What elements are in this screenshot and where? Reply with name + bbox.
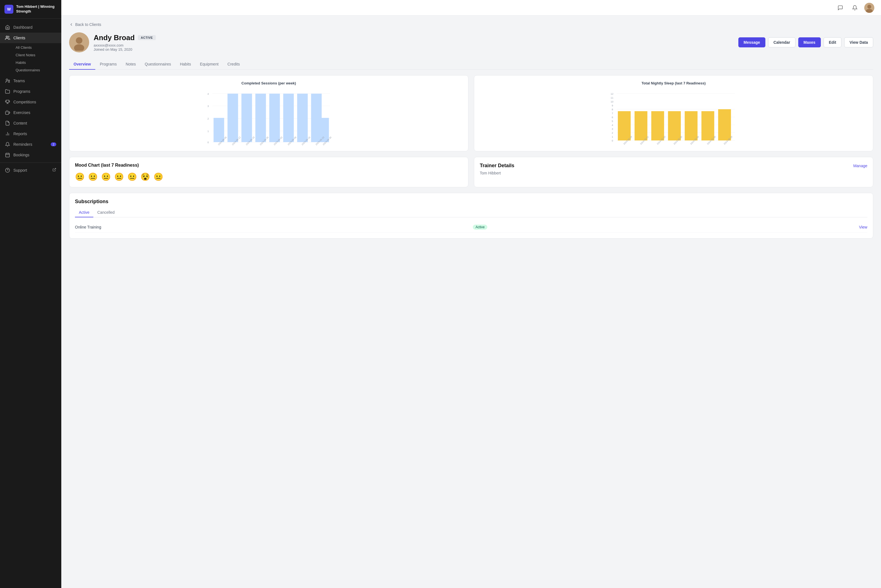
sidebar-item-reports[interactable]: Reports xyxy=(0,129,61,139)
sidebar-item-competitions[interactable]: Competitions xyxy=(0,97,61,107)
subscription-name: Online Training xyxy=(75,225,101,230)
reminders-badge: 2 xyxy=(51,142,56,146)
overview-tabs: Overview Programs Notes Questionnaires H… xyxy=(69,59,873,70)
profile-status-badge: ACTIVE xyxy=(138,35,156,40)
profile-actions: Message Calendar Maxes Edit View Data xyxy=(738,38,873,47)
sessions-chart-card: Completed Sessions (per week) 4 3 2 1 0 xyxy=(69,75,468,152)
sidebar-item-teams[interactable]: Teams xyxy=(0,75,61,86)
chat-icon[interactable] xyxy=(835,3,845,13)
user-avatar[interactable] xyxy=(864,3,874,13)
tab-habits[interactable]: Habits xyxy=(175,59,196,70)
sessions-chart-title: Completed Sessions (per week) xyxy=(75,81,463,85)
breadcrumb[interactable]: Back to Clients xyxy=(69,22,873,27)
mood-icon-2: 😐 xyxy=(88,172,98,182)
subs-tab-active[interactable]: Active xyxy=(75,208,93,218)
notification-bell-icon[interactable] xyxy=(850,3,860,13)
sidebar-item-support-label: Support xyxy=(13,168,27,172)
trainer-details-card: Trainer Details Manage Tom Hibbert xyxy=(474,157,873,187)
mood-icon-1: 😐 xyxy=(75,172,85,182)
sidebar-item-all-clients[interactable]: All Clients xyxy=(13,44,61,51)
sidebar-item-competitions-label: Competitions xyxy=(13,100,36,104)
sidebar-item-bookings[interactable]: Bookings xyxy=(0,150,61,160)
manage-link[interactable]: Manage xyxy=(853,164,868,168)
subscription-view-link[interactable]: View xyxy=(859,225,868,230)
svg-point-0 xyxy=(6,36,8,38)
svg-rect-70 xyxy=(635,111,647,141)
charts-row: Completed Sessions (per week) 4 3 2 1 0 xyxy=(69,75,873,152)
trophy-icon xyxy=(5,99,10,105)
folder-icon xyxy=(5,89,10,94)
subscription-status-badge: Active xyxy=(473,225,488,230)
sidebar-item-dashboard[interactable]: Dashboard xyxy=(0,22,61,33)
svg-text:0: 0 xyxy=(612,140,613,142)
sidebar-item-reports-label: Reports xyxy=(13,132,27,136)
tab-notes[interactable]: Notes xyxy=(121,59,141,70)
brand-name: Tom Hibbert | Winning Strength xyxy=(16,4,57,14)
mood-trainer-row: Mood Chart (last 7 Readiness) 😐 😐 😐 😐 😐 … xyxy=(69,157,873,187)
svg-rect-38 xyxy=(297,94,308,142)
bookings-icon xyxy=(5,152,10,158)
calendar-button[interactable]: Calendar xyxy=(768,38,796,47)
svg-rect-34 xyxy=(241,94,252,142)
subs-tab-cancelled[interactable]: Cancelled xyxy=(93,208,118,218)
sidebar-item-programs-label: Programs xyxy=(13,89,30,94)
maxes-button[interactable]: Maxes xyxy=(798,38,821,47)
sidebar-item-teams-label: Teams xyxy=(13,79,25,83)
profile-email: axxxxx@xxxx.com xyxy=(94,43,734,47)
sidebar-item-client-notes[interactable]: Client Notes xyxy=(13,51,61,59)
sidebar-item-exercises-label: Exercises xyxy=(13,110,30,115)
svg-text:3: 3 xyxy=(208,105,209,108)
bell-icon xyxy=(5,142,10,147)
svg-text:2: 2 xyxy=(612,132,613,134)
mood-chart-card: Mood Chart (last 7 Readiness) 😐 😐 😐 😐 😐 … xyxy=(69,157,468,187)
sidebar-item-clients[interactable]: Clients xyxy=(0,33,61,43)
tab-credits[interactable]: Credits xyxy=(223,59,244,70)
sidebar-item-content[interactable]: Content xyxy=(0,118,61,129)
view-data-button[interactable]: View Data xyxy=(844,38,873,47)
home-icon xyxy=(5,25,10,30)
subscriptions-tabs: Active Cancelled xyxy=(75,208,868,218)
edit-button[interactable]: Edit xyxy=(824,38,841,47)
profile-header: Andy Broad ACTIVE axxxxx@xxxx.com Joined… xyxy=(69,32,873,52)
sleep-chart: 12 11 10 9 8 7 6 5 4 3 2 1 0 xyxy=(480,90,868,146)
sidebar-nav: Dashboard Clients All Clients Client Not… xyxy=(0,19,61,588)
sidebar-item-reminders-label: Reminders xyxy=(13,142,32,147)
sleep-chart-title: Total Nightly Sleep (last 7 Readiness) xyxy=(480,81,868,85)
tab-programs[interactable]: Programs xyxy=(95,59,121,70)
users-icon xyxy=(5,35,10,40)
profile-name-row: Andy Broad ACTIVE xyxy=(94,33,734,42)
svg-point-2 xyxy=(8,80,10,81)
message-button[interactable]: Message xyxy=(738,38,766,47)
tab-questionnaires[interactable]: Questionnaires xyxy=(141,59,175,70)
svg-point-20 xyxy=(76,38,82,44)
tab-overview[interactable]: Overview xyxy=(69,59,95,70)
mood-icon-4: 😐 xyxy=(114,172,124,182)
teams-icon xyxy=(5,78,10,83)
breadcrumb-label: Back to Clients xyxy=(75,22,101,27)
mood-icon-5: 😐 xyxy=(127,172,137,182)
sidebar-item-programs[interactable]: Programs xyxy=(0,86,61,97)
topbar xyxy=(61,0,881,16)
profile-info: Andy Broad ACTIVE axxxxx@xxxx.com Joined… xyxy=(94,33,734,51)
subscription-row: Online Training Active View xyxy=(75,222,868,233)
sidebar-item-questionnaires[interactable]: Questionnaires xyxy=(13,66,61,74)
sidebar-item-content-label: Content xyxy=(13,121,27,125)
svg-rect-32 xyxy=(214,118,224,142)
exercises-icon xyxy=(5,110,10,115)
brand-icon: W xyxy=(4,5,13,14)
tab-equipment[interactable]: Equipment xyxy=(195,59,223,70)
svg-text:7: 7 xyxy=(612,112,613,115)
sidebar-item-reminders[interactable]: Reminders 2 xyxy=(0,139,61,150)
sidebar-item-habits[interactable]: Habits xyxy=(13,59,61,66)
back-chevron-icon xyxy=(69,22,73,27)
sidebar: W Tom Hibbert | Winning Strength Dashboa… xyxy=(0,0,61,588)
svg-rect-72 xyxy=(668,111,681,141)
sidebar-item-support[interactable]: Support xyxy=(0,165,61,176)
svg-point-17 xyxy=(868,5,871,9)
trainer-name: Tom Hibbert xyxy=(480,171,868,175)
sidebar-item-clients-label: Clients xyxy=(13,36,25,40)
sidebar-item-exercises[interactable]: Exercises xyxy=(0,107,61,118)
subscriptions-section: Subscriptions Active Cancelled Online Tr… xyxy=(69,193,873,238)
svg-rect-71 xyxy=(652,111,664,141)
svg-text:3: 3 xyxy=(612,128,613,130)
